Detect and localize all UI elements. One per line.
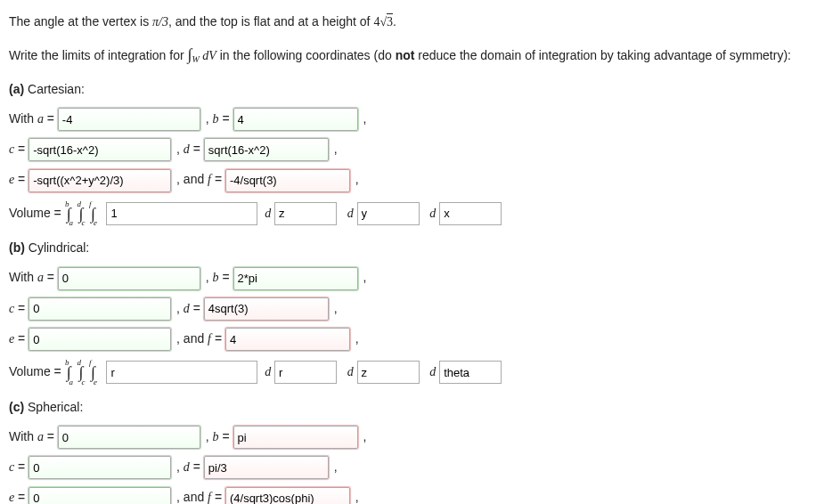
four-sqrt-3: 4√3 xyxy=(373,13,393,28)
part-c-title: (c) Spherical: xyxy=(9,396,807,419)
row-e-f: e = , and f = , xyxy=(9,168,807,191)
intro-text: The angle at the vertex is xyxy=(9,14,152,28)
input-b-e[interactable] xyxy=(29,328,171,351)
intro-text: in the following coordinates (do xyxy=(216,48,396,62)
row-c-d: c = , d = , xyxy=(9,456,807,479)
triple-integral-icon: ∫ab∫cd∫ef xyxy=(65,358,103,386)
part-a: (a) Cartesian: With a = , b = , c = , d … xyxy=(9,78,807,228)
input-a-d1[interactable] xyxy=(274,202,337,225)
input-c-e[interactable] xyxy=(29,487,171,504)
part-a-title: (a) Cartesian: xyxy=(9,78,807,101)
row-volume: Volume = ∫ab∫cd∫ef d d d xyxy=(9,358,807,386)
pi-over-3: π/3 xyxy=(152,15,168,28)
part-b-title: (b) Cylindrical: xyxy=(9,237,807,259)
input-b-b[interactable] xyxy=(233,267,358,290)
row-a-b: With a = , b = , xyxy=(9,266,807,289)
input-b-d[interactable] xyxy=(204,297,329,321)
not-bold: not xyxy=(396,48,415,62)
intro-text: . xyxy=(393,14,396,28)
row-a-b: With a = , b = , xyxy=(9,426,807,449)
input-a-d3[interactable] xyxy=(439,202,502,225)
input-a-c[interactable] xyxy=(29,138,171,161)
intro-text: Write the limits of integration for xyxy=(9,48,187,62)
triple-integral-icon: ∫ab∫cd∫ef xyxy=(65,199,103,228)
input-a-b[interactable] xyxy=(233,108,358,131)
input-a-a[interactable] xyxy=(58,108,200,131)
input-b-a[interactable] xyxy=(58,267,200,290)
input-b-d3[interactable] xyxy=(439,361,502,384)
input-b-d1[interactable] xyxy=(274,361,337,384)
input-a-f[interactable] xyxy=(225,169,350,192)
row-c-d: c = , d = , xyxy=(9,138,807,161)
row-volume: Volume = ∫ab∫cd∫ef d d d xyxy=(9,199,807,228)
input-c-c[interactable] xyxy=(29,456,171,479)
input-b-c[interactable] xyxy=(29,297,171,321)
integral-w-dv: ∫W dV xyxy=(187,49,216,62)
input-b-integrand[interactable] xyxy=(106,361,257,384)
input-c-f[interactable] xyxy=(225,487,350,504)
input-c-a[interactable] xyxy=(58,426,200,449)
input-a-e[interactable] xyxy=(29,169,171,192)
row-e-f: e = , and f = , xyxy=(9,328,807,351)
input-a-d2[interactable] xyxy=(357,202,420,225)
part-c: (c) Spherical: With a = , b = , c = , d … xyxy=(9,396,807,504)
intro-line-1: The angle at the vertex is π/3, and the … xyxy=(9,11,807,33)
input-b-f[interactable] xyxy=(225,328,350,351)
intro-text: , and the top is flat and at a height of xyxy=(168,14,373,28)
row-a-b: With a = , b = , xyxy=(9,108,807,131)
row-c-d: c = , d = , xyxy=(9,297,807,321)
part-b: (b) Cylindrical: With a = , b = , c = , … xyxy=(9,237,807,386)
intro-line-2: Write the limits of integration for ∫W d… xyxy=(9,40,807,69)
input-a-integrand[interactable] xyxy=(106,202,257,225)
intro-text: reduce the domain of integration by taki… xyxy=(414,48,791,62)
input-c-b[interactable] xyxy=(233,426,358,449)
input-b-d2[interactable] xyxy=(357,361,420,384)
input-c-d[interactable] xyxy=(204,456,329,479)
row-e-f: e = , and f = , xyxy=(9,486,807,504)
input-a-d[interactable] xyxy=(204,138,329,161)
